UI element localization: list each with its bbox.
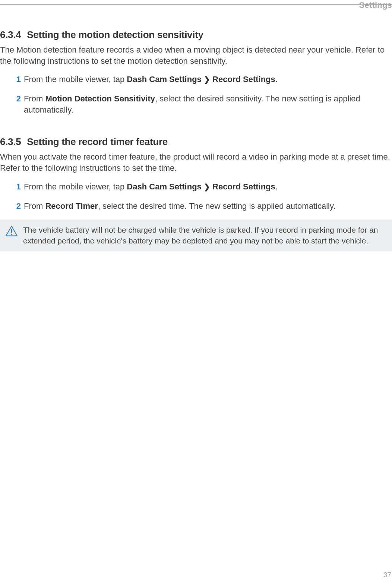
page-content: 6.3.4Setting the motion detection sensit… [0,0,392,251]
step-2: 2 From Motion Detection Sensitivity, sel… [13,93,392,115]
step-1: 1 From the mobile viewer, tap Dash Cam S… [13,74,392,85]
section-number: 6.3.4 [0,29,21,41]
caution-icon [5,226,18,237]
section-number: 6.3.5 [0,136,21,148]
header-divider: Settings [0,4,392,5]
step-text: From the mobile viewer, tap Dash Cam Set… [24,74,392,85]
step-number: 2 [13,93,21,104]
step-text: From the mobile viewer, tap Dash Cam Set… [24,181,392,192]
step-2: 2 From Record Timer, select the desired … [13,201,392,212]
chevron-right-icon: ❯ [204,75,210,85]
section-intro-634: The Motion detection feature records a v… [0,44,392,66]
steps-635: 1 From the mobile viewer, tap Dash Cam S… [0,181,392,211]
chevron-right-icon: ❯ [204,182,210,192]
steps-634: 1 From the mobile viewer, tap Dash Cam S… [0,74,392,115]
caution-box: The vehicle battery will not be charged … [0,220,392,251]
step-number: 1 [13,74,21,85]
header-title: Settings [359,0,392,10]
section-635: 6.3.5Setting the record timer feature Wh… [0,136,392,251]
section-634: 6.3.4Setting the motion detection sensit… [0,29,392,115]
step-text: From Motion Detection Sensitivity, selec… [24,93,392,115]
section-heading-635: 6.3.5Setting the record timer feature [0,136,392,148]
svg-point-1 [11,234,12,235]
section-title: Setting the record timer feature [27,136,168,147]
step-text: From Record Timer, select the desired ti… [24,201,392,212]
step-1: 1 From the mobile viewer, tap Dash Cam S… [13,181,392,192]
caution-text: The vehicle battery will not be charged … [23,225,385,246]
section-title: Setting the motion detection sensitivity [27,29,203,40]
step-number: 1 [13,181,21,192]
section-heading-634: 6.3.4Setting the motion detection sensit… [0,29,392,41]
section-intro-635: When you activate the record timer featu… [0,151,392,173]
step-number: 2 [13,201,21,212]
page-number: 37 [383,571,391,579]
